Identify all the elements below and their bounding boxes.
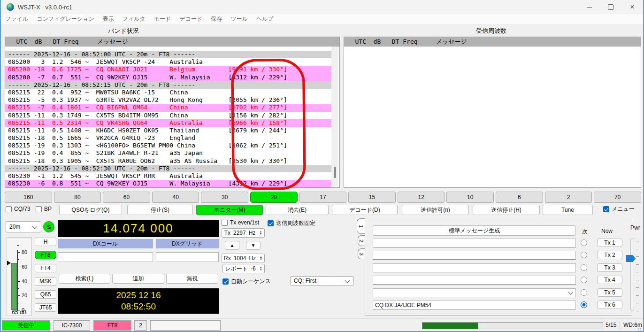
cq-mode-select[interactable]: CQ: First	[290, 276, 354, 286]
band-button-40[interactable]: 40	[152, 192, 199, 203]
now-tx-button-1[interactable]: Tx 1	[597, 239, 622, 247]
cq73-checkbox-box[interactable]	[6, 206, 12, 212]
hold-tx-freq-box[interactable]	[268, 220, 274, 226]
decode-row[interactable]: 085215 -11 0.5 2314 ~ CQ VK4SHG QG64 Aus…	[5, 119, 331, 127]
menu-item-2[interactable]: コンフィグレーション	[32, 15, 99, 23]
menu-item-1[interactable]: ファイル	[1, 15, 32, 23]
enable-tx-button[interactable]: 送信許可(n)	[402, 205, 469, 215]
decode-row[interactable]: 085215 22 0.4 952 ~ MW0TSU BA6KC -15 Chi…	[5, 89, 331, 96]
generate-std-msgs-button[interactable]: 標準メッセージ生成	[373, 225, 576, 236]
tx-message-field-6[interactable]: CQ DX JA4JOE PM54	[373, 301, 576, 309]
log-qso-button[interactable]: QSOをログ(Q)	[59, 205, 122, 215]
pwr-slider-handle[interactable]	[626, 255, 636, 262]
report-spinner[interactable]: レポート -6 ▲▼	[222, 264, 265, 273]
decode-row[interactable]: 085215 -18 0.3 1905 ~ CX5TS RA0UE OO62 a…	[5, 157, 331, 165]
decode-row[interactable]: 085215 -11 0.5 1408 ~ KH6DC HS0ZET OK05 …	[5, 127, 331, 134]
tx-message-field-3[interactable]	[373, 263, 576, 272]
tab-2[interactable]: 2	[358, 235, 365, 246]
decode-row[interactable]: 085200 -18 0.6 1725 ~ CQ ON4AOI JO21 Bel…	[5, 66, 331, 73]
next-radio-6[interactable]	[581, 301, 587, 308]
chevron-down-icon[interactable]	[568, 289, 573, 294]
stop-button[interactable]: 停止(S)	[127, 205, 193, 215]
band-button-6[interactable]: 6	[496, 192, 543, 203]
cq73-checkbox[interactable]: CQ/73	[6, 205, 31, 215]
decode-row[interactable]: 085215 -19 0.4 855 ~ S21BK JA4WLF R-21 a…	[5, 149, 331, 157]
spinner-arrows-icon[interactable]: ▲▼	[260, 256, 262, 261]
mode-button-FT4[interactable]: FT4	[35, 264, 56, 272]
now-tx-button-5[interactable]: Tx 5	[597, 288, 622, 297]
band-select[interactable]: 20m	[6, 221, 41, 232]
dx-grid-input[interactable]	[156, 252, 219, 262]
bp-checkbox-box[interactable]	[36, 206, 42, 212]
spinner-arrows-icon[interactable]: ▲▼	[260, 266, 262, 271]
decode-row[interactable]: 085200 -7 0.7 551 ~ CQ 9W2KEY OJ15 W. Ma…	[5, 74, 331, 81]
dx-call-input[interactable]	[58, 252, 153, 262]
now-tx-button-2[interactable]: Tx 2	[597, 251, 622, 259]
tx-freq-spinner[interactable]: Tx 2297 Hz ▲▼	[222, 228, 265, 238]
mode-button-JT65[interactable]: JT65	[35, 303, 56, 312]
band-button-60[interactable]: 60	[103, 192, 150, 203]
auto-seq-box[interactable]	[222, 278, 229, 285]
decode-row[interactable]: 085230 -6 0.8 551 ~ CQ 9W2KEY OJ15 W. Ma…	[5, 180, 331, 187]
tx-message-field-5[interactable]	[373, 288, 576, 297]
minimize-button[interactable]	[578, 0, 600, 14]
resize-grip[interactable]	[638, 327, 642, 331]
menu-item-8[interactable]: ツール	[226, 15, 252, 23]
next-radio-5[interactable]	[581, 289, 587, 296]
menu-item-3[interactable]: 表示	[99, 15, 118, 23]
band-button-20[interactable]: 20	[250, 192, 298, 203]
ignore-button[interactable]: 無視	[166, 274, 218, 284]
menu-item-9[interactable]: ヘルプ	[252, 15, 278, 23]
monitor-button[interactable]: モニター(M)	[196, 205, 263, 215]
now-tx-button-4[interactable]: Tx 4	[597, 276, 622, 284]
tx-message-field-1[interactable]	[373, 239, 576, 247]
tx-even-checkbox-box[interactable]	[222, 220, 228, 226]
band-button-12[interactable]: 12	[398, 192, 445, 203]
band-button-160[interactable]: 160	[5, 192, 52, 203]
next-radio-2[interactable]	[581, 252, 587, 258]
erase-button[interactable]: 消去(E)	[266, 205, 329, 215]
tx-even-checkbox[interactable]: Tx even/1st	[222, 219, 259, 226]
decode-row[interactable]: 085215 -5 0.3 1937 ~ G3RTE VR2VAZ OL72 H…	[5, 96, 331, 104]
lookup-button[interactable]: 検索(L)	[59, 274, 110, 284]
add-button[interactable]: 追加	[112, 274, 164, 284]
hold-tx-freq-checkbox[interactable]: 送信周波数固定	[268, 219, 315, 227]
next-radio-4[interactable]	[581, 277, 587, 283]
tab-1[interactable]: 1	[357, 218, 365, 234]
decode-row[interactable]: 085215 -7 0.4 1801 ~ CQ BI6PWL OM64 Chin…	[5, 104, 331, 111]
band-button-30[interactable]: 30	[201, 192, 248, 203]
band-button-2[interactable]: 2	[545, 192, 592, 203]
band-activity-scrollbar[interactable]	[331, 46, 338, 186]
mode-button-FT8[interactable]: FT8	[35, 251, 56, 259]
menu-item-5[interactable]: モード	[150, 15, 176, 23]
next-radio-3[interactable]	[581, 264, 587, 271]
tab-3[interactable]: 3	[358, 248, 365, 259]
tx-up-button[interactable]: ▲	[225, 241, 239, 250]
menu-item-7[interactable]: 保存	[207, 15, 226, 23]
band-button-10[interactable]: 10	[446, 192, 494, 203]
now-tx-button-3[interactable]: Tx 3	[597, 263, 622, 272]
halt-tx-button[interactable]: 送信停止(H)	[473, 205, 540, 215]
spinner-arrows-icon[interactable]: ▲▼	[259, 231, 262, 235]
band-button-15[interactable]: 15	[348, 192, 396, 203]
mode-button-Q65[interactable]: Q65	[35, 290, 56, 299]
scrollbar-thumb[interactable]	[334, 167, 336, 178]
decode-button[interactable]: デコード(D)	[332, 205, 398, 215]
menu-item-6[interactable]: デコード	[175, 15, 207, 23]
menu-item-4[interactable]: フィルタ	[118, 15, 150, 23]
decode-row[interactable]: 085230 -1 1.2 545 ~ JE5WQT VK5CP RRR Aus…	[5, 172, 331, 180]
auto-seq-checkbox[interactable]: 自動シーケンス	[222, 278, 271, 286]
band-button-70[interactable]: 70	[594, 192, 641, 203]
mode-button-MSK[interactable]: MSK	[35, 277, 56, 286]
close-button[interactable]: ×	[621, 0, 643, 14]
tx-message-field-2[interactable]	[373, 251, 576, 260]
decode-row[interactable]: 085215 -11 0.3 1749 ~ CX5TS BD4ITM OM95 …	[5, 112, 331, 119]
split-s-button[interactable]: S	[43, 221, 54, 232]
menu-checkbox-box[interactable]	[603, 206, 609, 212]
menu-checkbox[interactable]: メニュー	[603, 205, 635, 215]
decode-row[interactable]: 085200 3 1.2 546 ~ JE5WQT VK5CP -24 Aust…	[5, 58, 331, 66]
pwr-slider-track[interactable]	[630, 238, 634, 311]
now-tx-button-6[interactable]: Tx 6	[597, 301, 622, 309]
rx-freq-spinner[interactable]: Rx 1004 Hz ▲▼	[222, 254, 265, 263]
maximize-button[interactable]	[600, 0, 621, 14]
